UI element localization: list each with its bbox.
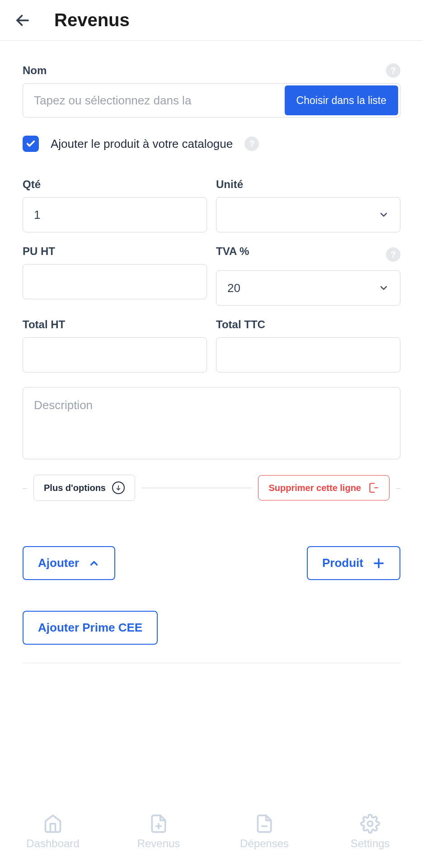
total-ht-input-wrap — [23, 337, 207, 373]
nav-dashboard[interactable]: Dashboard — [0, 814, 106, 850]
name-label: Nom — [23, 64, 47, 77]
add-prime-cee-button[interactable]: Ajouter Prime CEE — [23, 611, 158, 645]
add-prime-cee-label: Ajouter Prime CEE — [38, 621, 142, 635]
nav-settings[interactable]: Settings — [317, 814, 423, 850]
pu-ht-label: PU HT — [23, 245, 207, 258]
add-button-label: Ajouter — [38, 556, 79, 570]
add-catalogue-row: Ajouter le produit à votre catalogue ? — [23, 136, 400, 152]
chevron-down-icon — [378, 209, 389, 220]
more-options-button[interactable]: Plus d'options — [33, 475, 135, 501]
file-minus-icon — [254, 814, 274, 834]
total-ht-input[interactable] — [34, 348, 196, 362]
nav-depenses[interactable]: Dépenses — [212, 814, 317, 850]
gear-icon — [360, 814, 380, 834]
nav-depenses-label: Dépenses — [240, 837, 289, 850]
back-button[interactable] — [14, 11, 32, 29]
total-ttc-input-wrap — [216, 337, 400, 373]
choose-list-button[interactable]: Choisir dans la liste — [285, 85, 398, 115]
divider-line — [141, 488, 252, 488]
home-icon — [43, 814, 63, 834]
help-icon[interactable]: ? — [386, 247, 400, 262]
qty-field: Qté — [23, 178, 207, 232]
delete-icon — [367, 482, 379, 494]
tva-value: 20 — [227, 281, 240, 295]
check-icon — [26, 139, 36, 149]
name-input[interactable] — [25, 85, 285, 115]
add-button[interactable]: Ajouter — [23, 546, 115, 580]
description-field — [23, 387, 400, 461]
nav-revenus-label: Revenus — [137, 837, 180, 850]
chevron-down-icon — [378, 283, 389, 293]
pu-ht-input-wrap — [23, 264, 207, 299]
total-ht-field: Total HT — [23, 318, 207, 373]
tva-label: TVA % — [216, 245, 249, 258]
page-title: Revenus — [54, 10, 130, 30]
qty-input[interactable] — [34, 208, 196, 222]
unit-select[interactable] — [216, 197, 400, 232]
bottom-nav: Dashboard Revenus Dépenses Settings — [0, 805, 423, 868]
pu-ht-field: PU HT — [23, 245, 207, 306]
total-ttc-label: Total TTC — [216, 318, 400, 331]
app-header: Revenus — [0, 0, 423, 41]
add-catalogue-label: Ajouter le produit à votre catalogue — [51, 137, 233, 151]
product-button-label: Produit — [322, 556, 363, 570]
nav-settings-label: Settings — [351, 837, 390, 850]
tva-select[interactable]: 20 — [216, 270, 400, 306]
qty-input-wrap — [23, 197, 207, 232]
options-row: – Plus d'options Supprimer cette ligne – — [23, 475, 400, 501]
total-ttc-input[interactable] — [227, 348, 389, 362]
unit-field: Unité — [216, 178, 400, 232]
file-plus-icon — [149, 814, 169, 834]
total-ttc-field: Total TTC — [216, 318, 400, 373]
name-input-group: Choisir dans la liste — [23, 83, 400, 118]
unit-label: Unité — [216, 178, 400, 191]
product-button[interactable]: Produit — [307, 546, 400, 580]
divider-dash: – — [23, 483, 27, 493]
arrow-down-circle-icon — [112, 481, 125, 494]
add-catalogue-checkbox[interactable] — [23, 136, 39, 152]
more-options-label: Plus d'options — [44, 483, 106, 493]
plus-icon — [372, 557, 385, 570]
delete-line-button[interactable]: Supprimer cette ligne — [258, 475, 390, 500]
divider-dash: – — [396, 483, 400, 493]
total-ht-label: Total HT — [23, 318, 207, 331]
delete-line-label: Supprimer cette ligne — [268, 483, 361, 493]
pu-ht-input[interactable] — [34, 275, 196, 289]
svg-point-8 — [368, 821, 373, 826]
nav-revenus[interactable]: Revenus — [106, 814, 212, 850]
chevron-up-icon — [88, 557, 100, 569]
help-icon[interactable]: ? — [386, 63, 400, 78]
section-divider — [23, 663, 400, 663]
help-icon[interactable]: ? — [244, 137, 259, 151]
description-input[interactable] — [23, 387, 400, 459]
arrow-left-icon — [14, 12, 31, 28]
content: Nom ? Choisir dans la liste Ajouter le p… — [0, 41, 423, 805]
qty-label: Qté — [23, 178, 207, 191]
bottom-actions: Ajouter Produit — [23, 546, 400, 580]
nav-dashboard-label: Dashboard — [26, 837, 79, 850]
tva-field: TVA % ? 20 — [216, 245, 400, 306]
